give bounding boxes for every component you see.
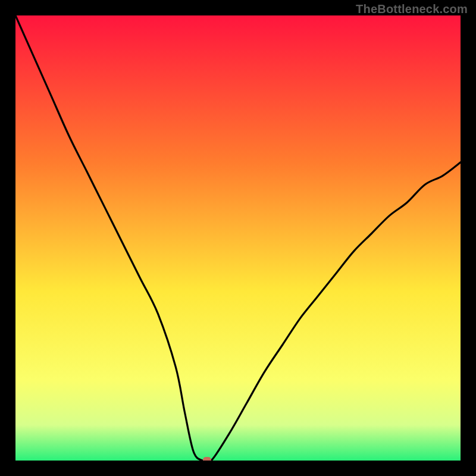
optimal-point-marker xyxy=(203,457,211,461)
chart-svg xyxy=(15,15,461,461)
plot-area xyxy=(15,15,461,461)
watermark-label: TheBottleneck.com xyxy=(356,2,468,16)
chart-frame: TheBottleneck.com xyxy=(0,0,476,476)
gradient-background xyxy=(15,15,461,461)
